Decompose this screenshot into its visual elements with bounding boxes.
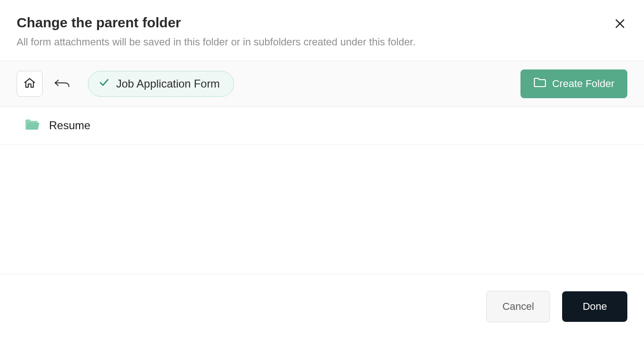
current-folder-label: Job Application Form [116, 77, 220, 90]
folder-outline-icon [533, 77, 546, 91]
create-folder-button[interactable]: Create Folder [520, 69, 627, 98]
close-button[interactable] [613, 17, 627, 31]
dialog-subtitle: All form attachments will be saved in th… [17, 35, 627, 50]
dialog-title: Change the parent folder [17, 15, 627, 31]
done-button[interactable]: Done [562, 291, 627, 322]
home-icon [23, 76, 36, 91]
close-icon [613, 17, 626, 31]
dialog-footer: Cancel Done [0, 274, 644, 339]
folder-open-icon [24, 118, 40, 133]
create-folder-label: Create Folder [552, 78, 614, 90]
check-icon [99, 77, 110, 91]
folder-list: Resume [0, 107, 644, 274]
undo-arrow-icon [54, 76, 70, 91]
back-button[interactable] [51, 73, 73, 95]
current-folder-chip[interactable]: Job Application Form [88, 71, 234, 97]
cancel-button[interactable]: Cancel [486, 291, 550, 322]
folder-row[interactable]: Resume [0, 107, 644, 144]
dialog-header: Change the parent folder All form attach… [0, 0, 644, 61]
folder-row-label: Resume [49, 119, 90, 132]
change-parent-folder-dialog: Change the parent folder All form attach… [0, 0, 644, 339]
home-button[interactable] [17, 71, 43, 97]
folder-toolbar: Job Application Form Create Folder [0, 61, 644, 107]
